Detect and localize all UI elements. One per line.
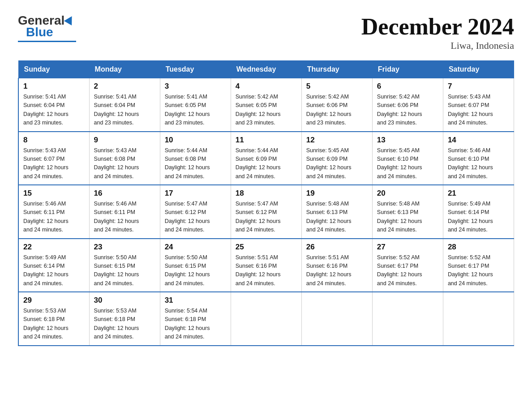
- header-sunday: Sunday: [18, 61, 89, 78]
- day-number: 19: [306, 189, 368, 198]
- day-info: Sunrise: 5:51 AMSunset: 6:16 PMDaylight:…: [306, 253, 368, 288]
- day-number: 9: [94, 136, 155, 145]
- day-number: 17: [165, 189, 226, 198]
- calendar-cell: 31Sunrise: 5:54 AMSunset: 6:18 PMDayligh…: [160, 292, 231, 346]
- day-number: 7: [448, 82, 509, 91]
- day-info: Sunrise: 5:50 AMSunset: 6:15 PMDaylight:…: [165, 253, 226, 288]
- day-number: 18: [236, 189, 297, 198]
- calendar-week-row-5: 29Sunrise: 5:53 AMSunset: 6:18 PMDayligh…: [18, 292, 514, 346]
- calendar-cell: 27Sunrise: 5:52 AMSunset: 6:17 PMDayligh…: [372, 239, 443, 292]
- calendar-cell: 13Sunrise: 5:45 AMSunset: 6:10 PMDayligh…: [372, 132, 443, 185]
- day-info: Sunrise: 5:45 AMSunset: 6:10 PMDaylight:…: [377, 146, 438, 181]
- calendar-cell: [443, 292, 514, 346]
- day-number: 26: [306, 243, 368, 252]
- calendar-table: Sunday Monday Tuesday Wednesday Thursday…: [18, 60, 514, 346]
- header-friday: Friday: [372, 61, 443, 78]
- day-info: Sunrise: 5:50 AMSunset: 6:15 PMDaylight:…: [94, 253, 155, 288]
- day-number: 3: [165, 82, 226, 91]
- calendar-cell: 24Sunrise: 5:50 AMSunset: 6:15 PMDayligh…: [160, 239, 231, 292]
- calendar-cell: 17Sunrise: 5:47 AMSunset: 6:12 PMDayligh…: [160, 185, 231, 239]
- day-number: 15: [23, 189, 85, 198]
- header-wednesday: Wednesday: [231, 61, 301, 78]
- day-info: Sunrise: 5:54 AMSunset: 6:18 PMDaylight:…: [165, 307, 226, 342]
- day-number: 12: [306, 136, 368, 145]
- calendar-cell: 8Sunrise: 5:43 AMSunset: 6:07 PMDaylight…: [18, 132, 89, 185]
- calendar-cell: 21Sunrise: 5:49 AMSunset: 6:14 PMDayligh…: [443, 185, 514, 239]
- day-number: 8: [23, 136, 85, 145]
- calendar-cell: 3Sunrise: 5:41 AMSunset: 6:05 PMDaylight…: [160, 78, 231, 132]
- calendar-cell: 29Sunrise: 5:53 AMSunset: 6:18 PMDayligh…: [18, 292, 89, 346]
- calendar-week-row-3: 15Sunrise: 5:46 AMSunset: 6:11 PMDayligh…: [18, 185, 514, 239]
- day-number: 14: [448, 136, 509, 145]
- day-info: Sunrise: 5:52 AMSunset: 6:17 PMDaylight:…: [448, 253, 509, 288]
- day-info: Sunrise: 5:46 AMSunset: 6:10 PMDaylight:…: [448, 146, 509, 181]
- calendar-cell: 26Sunrise: 5:51 AMSunset: 6:16 PMDayligh…: [301, 239, 372, 292]
- calendar-cell: 16Sunrise: 5:46 AMSunset: 6:11 PMDayligh…: [89, 185, 160, 239]
- calendar-cell: 23Sunrise: 5:50 AMSunset: 6:15 PMDayligh…: [89, 239, 160, 292]
- day-info: Sunrise: 5:49 AMSunset: 6:14 PMDaylight:…: [23, 253, 85, 288]
- logo-area: General Blue: [18, 13, 76, 42]
- logo-divider: [18, 41, 76, 42]
- day-number: 20: [377, 189, 438, 198]
- day-number: 5: [306, 82, 368, 91]
- day-info: Sunrise: 5:43 AMSunset: 6:07 PMDaylight:…: [23, 146, 85, 181]
- day-info: Sunrise: 5:53 AMSunset: 6:18 PMDaylight:…: [23, 307, 85, 342]
- day-info: Sunrise: 5:44 AMSunset: 6:09 PMDaylight:…: [236, 146, 297, 181]
- calendar-cell: 15Sunrise: 5:46 AMSunset: 6:11 PMDayligh…: [18, 185, 89, 239]
- header-monday: Monday: [89, 61, 160, 78]
- day-info: Sunrise: 5:46 AMSunset: 6:11 PMDaylight:…: [23, 200, 85, 235]
- day-info: Sunrise: 5:41 AMSunset: 6:04 PMDaylight:…: [23, 93, 85, 128]
- calendar-cell: [301, 292, 372, 346]
- calendar-week-row-1: 1Sunrise: 5:41 AMSunset: 6:04 PMDaylight…: [18, 78, 514, 132]
- calendar-week-row-2: 8Sunrise: 5:43 AMSunset: 6:07 PMDaylight…: [18, 132, 514, 185]
- calendar-cell: 9Sunrise: 5:43 AMSunset: 6:08 PMDaylight…: [89, 132, 160, 185]
- day-info: Sunrise: 5:51 AMSunset: 6:16 PMDaylight:…: [236, 253, 297, 288]
- day-info: Sunrise: 5:42 AMSunset: 6:06 PMDaylight:…: [306, 93, 368, 128]
- day-info: Sunrise: 5:53 AMSunset: 6:18 PMDaylight:…: [94, 307, 155, 342]
- calendar-cell: 1Sunrise: 5:41 AMSunset: 6:04 PMDaylight…: [18, 78, 89, 132]
- day-number: 10: [165, 136, 226, 145]
- day-number: 23: [94, 243, 155, 252]
- calendar-cell: [231, 292, 301, 346]
- day-number: 27: [377, 243, 438, 252]
- calendar-cell: 2Sunrise: 5:41 AMSunset: 6:04 PMDaylight…: [89, 78, 160, 132]
- calendar-cell: 5Sunrise: 5:42 AMSunset: 6:06 PMDaylight…: [301, 78, 372, 132]
- calendar-cell: 19Sunrise: 5:48 AMSunset: 6:13 PMDayligh…: [301, 185, 372, 239]
- day-number: 1: [23, 82, 85, 91]
- day-info: Sunrise: 5:47 AMSunset: 6:12 PMDaylight:…: [165, 200, 226, 235]
- day-number: 22: [23, 243, 85, 252]
- calendar-header-row: Sunday Monday Tuesday Wednesday Thursday…: [18, 61, 514, 78]
- calendar-cell: 11Sunrise: 5:44 AMSunset: 6:09 PMDayligh…: [231, 132, 301, 185]
- calendar-cell: 22Sunrise: 5:49 AMSunset: 6:14 PMDayligh…: [18, 239, 89, 292]
- header-thursday: Thursday: [301, 61, 372, 78]
- calendar-cell: 12Sunrise: 5:45 AMSunset: 6:09 PMDayligh…: [301, 132, 372, 185]
- day-number: 11: [236, 136, 297, 145]
- day-info: Sunrise: 5:52 AMSunset: 6:17 PMDaylight:…: [377, 253, 438, 288]
- calendar-title: December 2024: [361, 13, 514, 40]
- calendar-cell: 20Sunrise: 5:48 AMSunset: 6:13 PMDayligh…: [372, 185, 443, 239]
- day-number: 2: [94, 82, 155, 91]
- calendar-cell: 14Sunrise: 5:46 AMSunset: 6:10 PMDayligh…: [443, 132, 514, 185]
- header-tuesday: Tuesday: [160, 61, 231, 78]
- day-info: Sunrise: 5:42 AMSunset: 6:05 PMDaylight:…: [236, 93, 297, 128]
- calendar-week-row-4: 22Sunrise: 5:49 AMSunset: 6:14 PMDayligh…: [18, 239, 514, 292]
- logo-triangle-icon: [64, 14, 76, 26]
- day-number: 24: [165, 243, 226, 252]
- day-number: 25: [236, 243, 297, 252]
- calendar-cell: 10Sunrise: 5:44 AMSunset: 6:08 PMDayligh…: [160, 132, 231, 185]
- title-area: December 2024 Liwa, Indonesia: [361, 13, 514, 51]
- calendar-cell: 4Sunrise: 5:42 AMSunset: 6:05 PMDaylight…: [231, 78, 301, 132]
- calendar-cell: 18Sunrise: 5:47 AMSunset: 6:12 PMDayligh…: [231, 185, 301, 239]
- day-number: 6: [377, 82, 438, 91]
- day-info: Sunrise: 5:48 AMSunset: 6:13 PMDaylight:…: [306, 200, 368, 235]
- day-number: 30: [94, 296, 155, 305]
- header-saturday: Saturday: [443, 61, 514, 78]
- day-info: Sunrise: 5:41 AMSunset: 6:05 PMDaylight:…: [165, 93, 226, 128]
- calendar-cell: 30Sunrise: 5:53 AMSunset: 6:18 PMDayligh…: [89, 292, 160, 346]
- day-number: 13: [377, 136, 438, 145]
- day-info: Sunrise: 5:44 AMSunset: 6:08 PMDaylight:…: [165, 146, 226, 181]
- day-info: Sunrise: 5:46 AMSunset: 6:11 PMDaylight:…: [94, 200, 155, 235]
- calendar-subtitle: Liwa, Indonesia: [361, 40, 514, 51]
- day-number: 31: [165, 296, 226, 305]
- day-number: 28: [448, 243, 509, 252]
